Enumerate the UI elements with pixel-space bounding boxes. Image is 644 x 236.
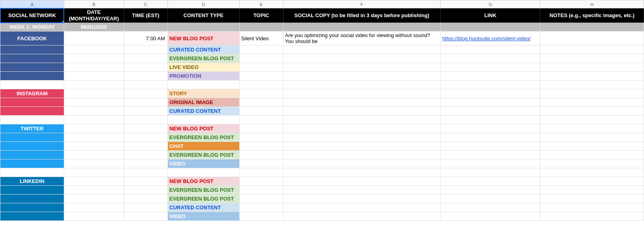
cell[interactable] xyxy=(441,212,540,221)
cell[interactable] xyxy=(64,151,124,159)
cell[interactable] xyxy=(283,124,441,133)
cell[interactable] xyxy=(441,98,540,107)
header-date[interactable]: DATE (MONTH/DAY/YEAR) xyxy=(64,8,124,23)
cell[interactable] xyxy=(441,81,540,89)
header-content-type[interactable]: CONTENT TYPE xyxy=(167,8,239,23)
cell[interactable] xyxy=(283,203,441,212)
cell[interactable] xyxy=(441,195,540,203)
cell[interactable] xyxy=(441,107,540,116)
col-header-H[interactable]: H xyxy=(540,0,644,8)
cell[interactable] xyxy=(0,142,64,151)
cell[interactable] xyxy=(540,72,644,81)
cell[interactable] xyxy=(283,89,441,98)
cell[interactable] xyxy=(239,212,283,221)
cell[interactable] xyxy=(124,133,167,142)
cell[interactable] xyxy=(124,212,167,221)
cell[interactable] xyxy=(283,168,441,177)
cell[interactable] xyxy=(239,151,283,159)
content-type-newblog[interactable]: NEW BLOG POST xyxy=(167,124,239,133)
cell[interactable] xyxy=(124,116,167,124)
col-header-A[interactable]: A xyxy=(0,0,64,8)
cell[interactable] xyxy=(239,107,283,116)
content-type-origimage[interactable]: ORIGINAL IMAGE xyxy=(167,98,239,107)
cell[interactable] xyxy=(239,159,283,168)
cell[interactable] xyxy=(239,142,283,151)
cell[interactable] xyxy=(540,98,644,107)
cell[interactable] xyxy=(540,81,644,89)
cell[interactable] xyxy=(441,54,540,63)
cell[interactable] xyxy=(239,72,283,81)
cell[interactable] xyxy=(283,116,441,124)
col-header-D[interactable]: D xyxy=(167,0,239,8)
network-label-linkedin[interactable]: LINKEDIN xyxy=(0,177,64,186)
cell[interactable] xyxy=(64,107,124,116)
cell[interactable] xyxy=(441,72,540,81)
cell[interactable] xyxy=(540,203,644,212)
cell[interactable] xyxy=(0,195,64,203)
cell[interactable] xyxy=(283,98,441,107)
cell[interactable] xyxy=(540,195,644,203)
cell[interactable] xyxy=(283,195,441,203)
spreadsheet-grid[interactable]: A B C D E F G H SOCIAL NETWORK DATE (MON… xyxy=(0,0,644,221)
cell[interactable] xyxy=(283,45,441,54)
cell[interactable] xyxy=(441,168,540,177)
header-time[interactable]: TIME (EST) xyxy=(124,8,167,23)
cell[interactable] xyxy=(124,72,167,81)
content-type-curated[interactable]: CURATED CONTENT xyxy=(167,107,239,116)
cell[interactable] xyxy=(239,23,283,31)
selection-handle-icon[interactable] xyxy=(63,21,64,23)
cell[interactable] xyxy=(124,159,167,168)
cell[interactable] xyxy=(239,54,283,63)
header-social-network[interactable]: SOCIAL NETWORK xyxy=(0,8,64,23)
cell[interactable] xyxy=(540,186,644,195)
cell[interactable] xyxy=(283,72,441,81)
cell[interactable] xyxy=(239,186,283,195)
cell[interactable] xyxy=(441,133,540,142)
cell[interactable] xyxy=(64,98,124,107)
cell[interactable] xyxy=(124,45,167,54)
content-type-video[interactable]: VIDEO xyxy=(167,212,239,221)
cell[interactable] xyxy=(124,177,167,186)
cell[interactable] xyxy=(540,177,644,186)
cell[interactable] xyxy=(0,151,64,159)
cell[interactable] xyxy=(167,116,239,124)
header-notes[interactable]: NOTES (e.g., specific images, etc.) xyxy=(540,8,644,23)
header-link[interactable]: LINK xyxy=(441,8,540,23)
week-label[interactable]: WEEK 1: MONDAY xyxy=(0,23,64,31)
content-type-evergreen[interactable]: EVERGREEN BLOG POST xyxy=(167,195,239,203)
cell[interactable] xyxy=(64,133,124,142)
cell[interactable] xyxy=(441,23,540,31)
cell[interactable] xyxy=(441,89,540,98)
cell[interactable] xyxy=(64,203,124,212)
cell[interactable] xyxy=(540,151,644,159)
cell[interactable] xyxy=(441,116,540,124)
cell[interactable] xyxy=(283,186,441,195)
cell[interactable] xyxy=(540,107,644,116)
col-header-E[interactable]: E xyxy=(239,0,283,8)
cell[interactable] xyxy=(239,98,283,107)
cell[interactable] xyxy=(0,159,64,168)
cell[interactable] xyxy=(283,63,441,72)
cell[interactable] xyxy=(124,151,167,159)
cell[interactable] xyxy=(283,142,441,151)
cell[interactable] xyxy=(441,159,540,168)
content-type-curated[interactable]: CURATED CONTENT xyxy=(167,203,239,212)
cell[interactable] xyxy=(239,195,283,203)
cell[interactable] xyxy=(283,151,441,159)
cell[interactable] xyxy=(124,124,167,133)
cell[interactable] xyxy=(64,186,124,195)
cell[interactable] xyxy=(64,159,124,168)
cell[interactable] xyxy=(64,72,124,81)
cell[interactable] xyxy=(64,195,124,203)
cell[interactable] xyxy=(283,212,441,221)
cell[interactable] xyxy=(64,45,124,54)
content-type-story[interactable]: STORY xyxy=(167,89,239,98)
cell[interactable] xyxy=(540,124,644,133)
cell[interactable] xyxy=(0,72,64,81)
content-type-newblog[interactable]: NEW BLOG POST xyxy=(167,177,239,186)
cell[interactable] xyxy=(283,177,441,186)
cell[interactable] xyxy=(0,186,64,195)
cell[interactable] xyxy=(540,45,644,54)
cell[interactable] xyxy=(239,124,283,133)
content-type-evergreen[interactable]: EVERGREEN BLOG POST xyxy=(167,151,239,159)
